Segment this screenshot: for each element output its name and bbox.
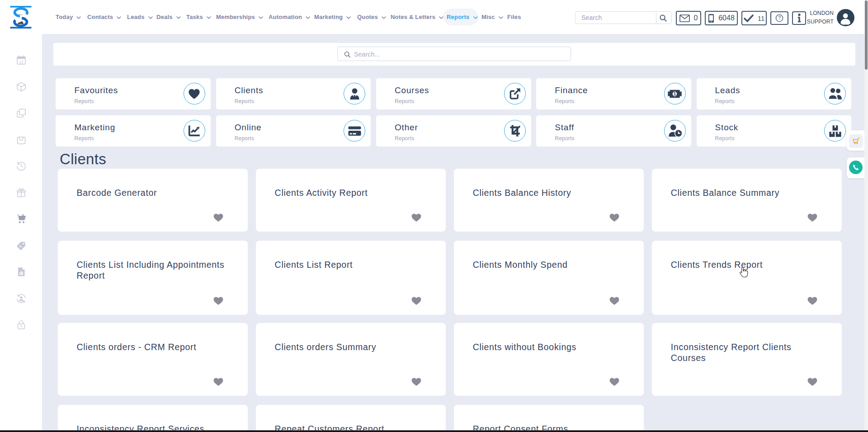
- svg-text:12: 12: [19, 60, 24, 64]
- svg-text:?: ?: [778, 15, 781, 20]
- svg-text:1: 1: [674, 91, 676, 96]
